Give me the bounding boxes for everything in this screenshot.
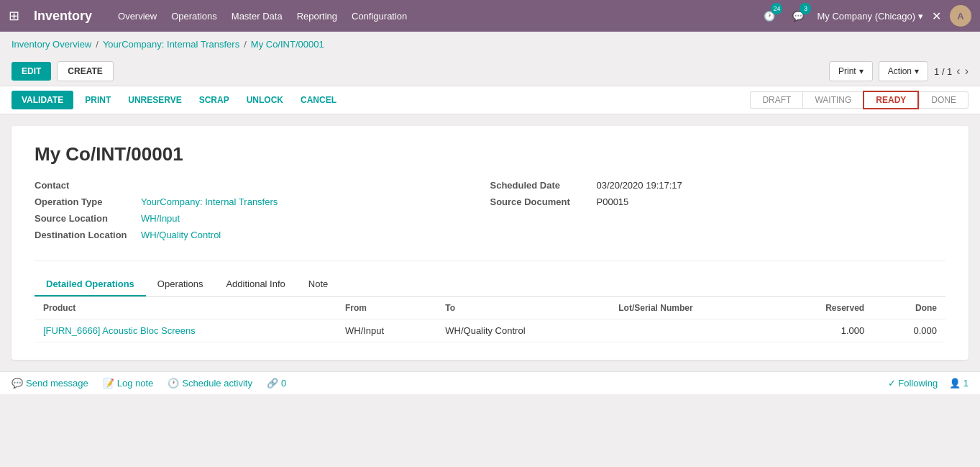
nav-operations[interactable]: Operations [171,11,217,22]
lot-serial-cell [610,319,773,343]
table-row: [FURN_6666] Acoustic Bloc Screens WH/Inp… [35,319,945,343]
source-document-value: P00015 [597,196,629,207]
contact-field-row: Contact [35,180,490,191]
nav-configuration[interactable]: Configuration [352,11,407,22]
send-message-button[interactable]: 💬 Send message [12,378,88,389]
schedule-activity-label: Schedule activity [182,378,252,389]
unreserve-button[interactable]: UNRESERVE [122,92,187,108]
source-location-value[interactable]: WH/Input [141,213,180,224]
messages-badge: 3 [800,3,811,14]
scrap-button[interactable]: SCRAP [193,92,235,108]
col-lot-serial: Lot/Serial Number [610,297,773,319]
check-icon: ✓ [888,378,899,389]
step-draft[interactable]: DRAFT [750,91,802,109]
followers-count: 0 [281,378,286,389]
col-done: Done [873,297,945,319]
log-note-button[interactable]: 📝 Log note [103,378,154,389]
breadcrumb-sep1: / [96,39,99,50]
followers-num-button[interactable]: 👤 1 [949,378,968,389]
followers-num: 1 [963,378,968,389]
print-dropdown-icon: ▾ [859,66,864,76]
following-button[interactable]: ✓ Following [888,378,938,389]
avatar-initials: A [957,11,963,22]
clock-icon-footer: 🕐 [168,378,179,389]
scheduled-date-value: 03/20/2020 19:17:17 [597,180,682,191]
col-reserved: Reserved [773,297,873,319]
prev-page-button[interactable]: ‹ [956,65,960,78]
tab-additional-info[interactable]: Additional Info [214,273,296,296]
avatar[interactable]: A [950,5,971,27]
edit-button[interactable]: EDIT [12,62,51,81]
print-status-button[interactable]: PRINT [79,92,116,108]
close-button[interactable]: ✕ [932,9,941,23]
unlock-button[interactable]: UNLOCK [241,92,289,108]
destination-location-label: Destination Location [35,230,135,240]
nav-master-data[interactable]: Master Data [232,11,283,22]
breadcrumb: Inventory Overview / YourCompany: Intern… [0,32,980,57]
operations-table: Product From To Lot/Serial Number Reserv… [35,297,945,343]
record-card: My Co/INT/00001 Contact Operation Type Y… [12,126,968,360]
validate-button[interactable]: VALIDATE [12,91,73,109]
breadcrumb-current: My Co/INT/00001 [251,39,324,50]
followers-link-btn[interactable]: 🔗 0 [267,378,286,389]
done-cell: 0.000 [873,319,945,343]
company-dropdown-icon: ▾ [918,11,923,22]
tab-note[interactable]: Note [297,273,339,296]
product-cell[interactable]: [FURN_6666] Acoustic Bloc Screens [35,319,336,343]
schedule-activity-button[interactable]: 🕐 Schedule activity [168,378,252,389]
record-title: My Co/INT/00001 [35,143,945,166]
step-waiting[interactable]: WAITING [802,91,863,109]
link-icon: 🔗 [267,378,278,389]
right-section: 🕐 24 💬 3 My Company (Chicago) ▾ ✕ A [759,5,971,27]
pager: 1 / 1 ‹ › [934,65,968,78]
action-dropdown-icon: ▾ [915,66,919,76]
operation-type-field-row: Operation Type YourCompany: Internal Tra… [35,196,490,207]
footer-bar: 💬 Send message 📝 Log note 🕐 Schedule act… [0,371,980,394]
action-button[interactable]: Action ▾ [879,61,928,81]
cancel-button[interactable]: CANCEL [295,92,342,108]
operation-type-label: Operation Type [35,196,135,207]
breadcrumb-transfers[interactable]: YourCompany: Internal Transfers [103,39,239,50]
pager-text: 1 / 1 [934,66,952,77]
operation-type-value[interactable]: YourCompany: Internal Transfers [141,196,278,207]
next-page-button[interactable]: › [965,65,968,78]
tab-operations[interactable]: Operations [146,273,215,296]
col-to: To [436,297,610,319]
tabs: Detailed Operations Operations Additiona… [35,273,945,297]
step-ready[interactable]: READY [863,91,919,109]
left-fields: Contact Operation Type YourCompany: Inte… [35,180,490,246]
source-location-field-row: Source Location WH/Input [35,213,490,224]
grid-icon[interactable]: ⊞ [9,8,19,24]
following-label: Following [898,378,938,389]
note-icon: 📝 [103,378,114,389]
col-from: From [336,297,436,319]
send-message-label: Send message [26,378,88,389]
messages-btn[interactable]: 💬 3 [788,6,808,26]
create-button[interactable]: CREATE [57,61,113,81]
main-content: My Co/INT/00001 Contact Operation Type Y… [0,114,980,371]
tab-detailed-operations[interactable]: Detailed Operations [35,273,146,296]
action-label: Action [888,66,912,76]
destination-location-field-row: Destination Location WH/Quality Control [35,230,490,240]
breadcrumb-inventory[interactable]: Inventory Overview [12,39,91,50]
fields-grid: Contact Operation Type YourCompany: Inte… [35,180,945,246]
breadcrumb-sep2: / [244,39,247,50]
footer-right: ✓ Following 👤 1 [888,378,968,389]
print-button[interactable]: Print ▾ [829,61,873,81]
company-name: My Company (Chicago) [817,11,915,22]
status-steps: DRAFT WAITING READY DONE [750,91,968,109]
company-selector[interactable]: My Company (Chicago) ▾ [817,11,923,22]
to-cell: WH/Quality Control [436,319,610,343]
scheduled-date-field-row: Scheduled Date 03/20/2020 19:17:17 [490,180,946,191]
step-done[interactable]: DONE [919,91,968,109]
app-name: Inventory [34,9,92,24]
scheduled-date-label: Scheduled Date [490,180,591,191]
notifications-btn[interactable]: 🕐 24 [759,6,779,26]
destination-location-value[interactable]: WH/Quality Control [141,230,221,240]
nav-overview[interactable]: Overview [118,11,157,22]
person-icon: 👤 [949,378,963,389]
source-location-label: Source Location [35,213,135,224]
nav-reporting[interactable]: Reporting [297,11,337,22]
right-fields: Scheduled Date 03/20/2020 19:17:17 Sourc… [490,180,946,246]
source-document-field-row: Source Document P00015 [490,196,946,207]
